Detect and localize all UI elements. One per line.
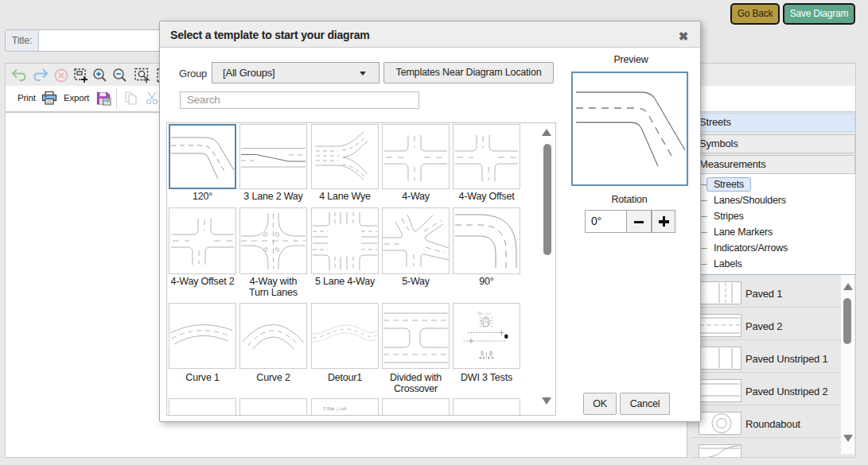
svg-text:O Rigtr. △ Left: O Rigtr. △ Left [323,406,347,411]
svg-text:O— △—: O— △— [478,312,492,316]
